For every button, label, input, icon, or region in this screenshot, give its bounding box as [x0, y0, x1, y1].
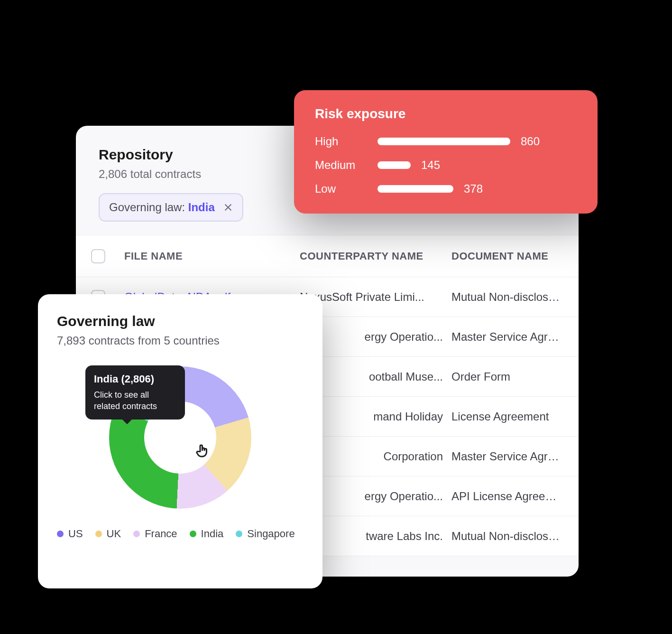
counterparty-cell: Corporation [300, 450, 451, 463]
column-header-file[interactable]: FILE NAME [124, 250, 300, 262]
legend-dot-icon [57, 531, 64, 537]
document-cell: Mutual Non-disclosure... [451, 290, 569, 304]
legend-dot-icon [95, 531, 102, 537]
legend-dot-icon [236, 531, 242, 537]
risk-row-high: High 860 [315, 135, 577, 148]
filter-chip-governing-law[interactable]: Governing law: India [99, 193, 243, 222]
risk-title: Risk exposure [315, 106, 577, 121]
risk-label: High [315, 135, 367, 148]
risk-value: 145 [421, 158, 440, 172]
document-cell: Order Form [451, 370, 569, 383]
document-cell: Master Service Agree... [451, 450, 569, 463]
legend-item[interactable]: US [57, 528, 83, 540]
risk-value: 860 [521, 135, 540, 148]
counterparty-cell: NexusSoft Private Limi... [300, 290, 451, 304]
counterparty-cell: tware Labs Inc. [300, 530, 451, 543]
legend-item[interactable]: India [190, 528, 224, 540]
counterparty-cell: mand Holiday [300, 410, 451, 423]
document-cell: Mutual Non-disclosure... [451, 530, 569, 543]
document-cell: API License Agreement [451, 490, 569, 503]
risk-label: Medium [315, 158, 367, 172]
legend-label: France [145, 528, 177, 540]
governing-law-subtitle: 7,893 contracts from 5 countries [57, 334, 304, 347]
legend-dot-icon [190, 531, 196, 537]
tooltip-title: India (2,806) [94, 372, 176, 386]
table-header: FILE NAME COUNTERPARTY NAME DOCUMENT NAM… [76, 235, 579, 277]
column-header-document[interactable]: DOCUMENT NAME [451, 250, 569, 262]
risk-bar [377, 138, 510, 145]
governing-law-card: Governing law 7,893 contracts from 5 cou… [38, 294, 322, 588]
document-cell: Master Service Agree... [451, 330, 569, 344]
risk-row-medium: Medium 145 [315, 158, 577, 172]
risk-row-low: Low 378 [315, 182, 577, 196]
select-all-checkbox[interactable] [91, 249, 105, 263]
chart-tooltip: India (2,806) Click to see all related c… [85, 365, 185, 420]
legend-label: US [68, 528, 83, 540]
document-cell: License Agreement [451, 410, 569, 423]
risk-bar [377, 185, 453, 193]
tooltip-body: Click to see all related contracts [94, 389, 176, 412]
close-icon[interactable] [223, 203, 233, 212]
risk-value: 378 [464, 182, 483, 196]
risk-label: Low [315, 182, 367, 196]
counterparty-cell: ergy Operatio... [300, 330, 451, 344]
governing-law-title: Governing law [57, 313, 304, 329]
pointer-cursor-icon [194, 442, 212, 459]
legend-dot-icon [133, 531, 140, 537]
column-header-counterparty[interactable]: COUNTERPARTY NAME [300, 250, 451, 262]
legend-item[interactable]: France [133, 528, 177, 540]
counterparty-cell: ootball Muse... [300, 370, 451, 383]
risk-bar [377, 161, 411, 169]
counterparty-cell: ergy Operatio... [300, 490, 451, 503]
risk-exposure-card: Risk exposure High 860 Medium 145 Low 37… [294, 90, 598, 214]
filter-chip-label: Governing law: India [109, 201, 215, 214]
legend-label: UK [107, 528, 121, 540]
legend-label: India [201, 528, 224, 540]
legend-item[interactable]: Singapore [236, 528, 295, 540]
donut-chart-area: India (2,806) Click to see all related c… [57, 347, 304, 528]
chart-legend: USUKFranceIndiaSingapore [57, 528, 304, 540]
legend-label: Singapore [247, 528, 295, 540]
legend-item[interactable]: UK [95, 528, 121, 540]
